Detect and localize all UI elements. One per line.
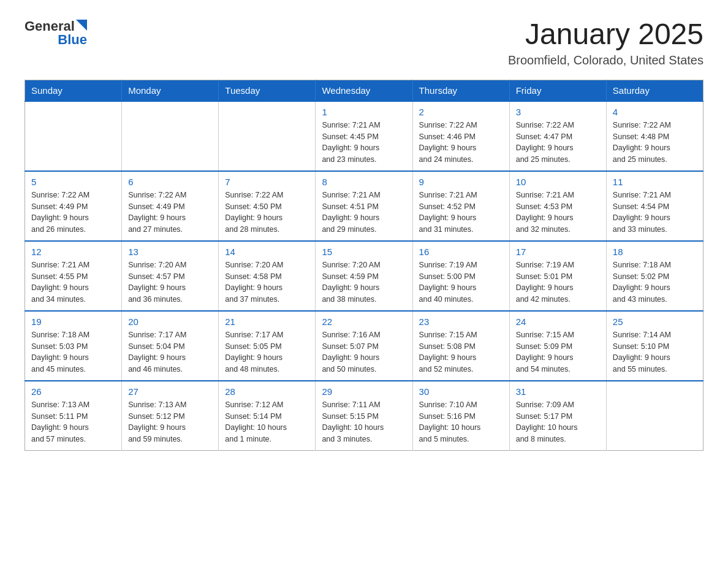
day-info: Sunrise: 7:18 AM Sunset: 5:02 PM Dayligh… [613,259,697,305]
day-number: 17 [516,247,600,257]
day-number: 14 [225,247,309,257]
calendar-cell: 26Sunrise: 7:13 AM Sunset: 5:11 PM Dayli… [25,381,122,451]
calendar-week-row: 26Sunrise: 7:13 AM Sunset: 5:11 PM Dayli… [25,381,703,451]
day-number: 20 [128,316,212,327]
day-number: 26 [31,386,115,397]
day-info: Sunrise: 7:21 AM Sunset: 4:55 PM Dayligh… [31,259,115,305]
day-number: 1 [322,107,406,117]
day-info: Sunrise: 7:22 AM Sunset: 4:47 PM Dayligh… [516,120,600,166]
calendar-cell: 1Sunrise: 7:21 AM Sunset: 4:45 PM Daylig… [316,101,412,171]
day-of-week-header: Monday [122,80,219,101]
day-info: Sunrise: 7:20 AM Sunset: 4:59 PM Dayligh… [322,259,406,305]
calendar-cell: 3Sunrise: 7:22 AM Sunset: 4:47 PM Daylig… [509,101,606,171]
day-number: 15 [322,247,406,257]
calendar-cell: 9Sunrise: 7:21 AM Sunset: 4:52 PM Daylig… [412,171,509,241]
day-info: Sunrise: 7:11 AM Sunset: 5:15 PM Dayligh… [322,399,406,445]
calendar-cell: 16Sunrise: 7:19 AM Sunset: 5:00 PM Dayli… [412,241,509,311]
day-number: 11 [613,177,697,187]
day-info: Sunrise: 7:10 AM Sunset: 5:16 PM Dayligh… [419,399,503,445]
days-of-week-row: SundayMondayTuesdayWednesdayThursdayFrid… [25,80,703,101]
calendar-cell: 25Sunrise: 7:14 AM Sunset: 5:10 PM Dayli… [606,311,703,381]
day-number: 5 [31,177,115,187]
calendar-cell [122,101,219,171]
day-info: Sunrise: 7:20 AM Sunset: 4:58 PM Dayligh… [225,259,309,305]
calendar-cell: 6Sunrise: 7:22 AM Sunset: 4:49 PM Daylig… [122,171,219,241]
calendar-cell: 20Sunrise: 7:17 AM Sunset: 5:04 PM Dayli… [122,311,219,381]
day-number: 4 [613,107,697,117]
day-number: 12 [31,247,115,257]
day-info: Sunrise: 7:22 AM Sunset: 4:46 PM Dayligh… [419,120,503,166]
day-number: 7 [225,177,309,187]
day-of-week-header: Tuesday [219,80,316,101]
calendar-cell: 14Sunrise: 7:20 AM Sunset: 4:58 PM Dayli… [219,241,316,311]
calendar-cell: 24Sunrise: 7:15 AM Sunset: 5:09 PM Dayli… [509,311,606,381]
day-number: 25 [613,316,697,327]
calendar-cell: 5Sunrise: 7:22 AM Sunset: 4:49 PM Daylig… [25,171,122,241]
day-number: 19 [31,316,115,327]
calendar-cell: 30Sunrise: 7:10 AM Sunset: 5:16 PM Dayli… [412,381,509,451]
logo: General Blue [25,18,87,48]
day-number: 3 [516,107,600,117]
day-number: 16 [419,247,503,257]
calendar-cell: 27Sunrise: 7:13 AM Sunset: 5:12 PM Dayli… [122,381,219,451]
day-info: Sunrise: 7:20 AM Sunset: 4:57 PM Dayligh… [128,259,212,305]
day-number: 6 [128,177,212,187]
calendar-header: SundayMondayTuesdayWednesdayThursdayFrid… [25,80,703,101]
calendar-cell: 28Sunrise: 7:12 AM Sunset: 5:14 PM Dayli… [219,381,316,451]
day-number: 23 [419,316,503,327]
calendar-cell: 23Sunrise: 7:15 AM Sunset: 5:08 PM Dayli… [412,311,509,381]
calendar-cell: 22Sunrise: 7:16 AM Sunset: 5:07 PM Dayli… [316,311,412,381]
calendar-week-row: 5Sunrise: 7:22 AM Sunset: 4:49 PM Daylig… [25,171,703,241]
calendar-week-row: 12Sunrise: 7:21 AM Sunset: 4:55 PM Dayli… [25,241,703,311]
day-number: 10 [516,177,600,187]
day-info: Sunrise: 7:09 AM Sunset: 5:17 PM Dayligh… [516,399,600,445]
day-info: Sunrise: 7:19 AM Sunset: 5:00 PM Dayligh… [419,259,503,305]
page-subtitle: Broomfield, Colorado, United States [508,53,703,67]
calendar-cell: 17Sunrise: 7:19 AM Sunset: 5:01 PM Dayli… [509,241,606,311]
calendar-table: SundayMondayTuesdayWednesdayThursdayFrid… [25,80,703,451]
calendar-cell: 2Sunrise: 7:22 AM Sunset: 4:46 PM Daylig… [412,101,509,171]
calendar-cell [219,101,316,171]
day-number: 18 [613,247,697,257]
calendar-cell: 19Sunrise: 7:18 AM Sunset: 5:03 PM Dayli… [25,311,122,381]
day-info: Sunrise: 7:19 AM Sunset: 5:01 PM Dayligh… [516,259,600,305]
calendar-cell: 31Sunrise: 7:09 AM Sunset: 5:17 PM Dayli… [509,381,606,451]
day-info: Sunrise: 7:13 AM Sunset: 5:11 PM Dayligh… [31,399,115,445]
calendar-cell: 10Sunrise: 7:21 AM Sunset: 4:53 PM Dayli… [509,171,606,241]
logo-arrow-icon [76,20,87,31]
calendar-cell: 11Sunrise: 7:21 AM Sunset: 4:54 PM Dayli… [606,171,703,241]
page-title: January 2025 [508,18,703,51]
day-of-week-header: Saturday [606,80,703,101]
day-info: Sunrise: 7:17 AM Sunset: 5:04 PM Dayligh… [128,329,212,375]
day-number: 13 [128,247,212,257]
day-info: Sunrise: 7:14 AM Sunset: 5:10 PM Dayligh… [613,329,697,375]
calendar-cell: 4Sunrise: 7:22 AM Sunset: 4:48 PM Daylig… [606,101,703,171]
day-info: Sunrise: 7:21 AM Sunset: 4:54 PM Dayligh… [613,190,697,236]
day-number: 31 [516,386,600,397]
day-info: Sunrise: 7:13 AM Sunset: 5:12 PM Dayligh… [128,399,212,445]
calendar-cell: 21Sunrise: 7:17 AM Sunset: 5:05 PM Dayli… [219,311,316,381]
title-block: January 2025 Broomfield, Colorado, Unite… [508,18,703,67]
calendar-cell: 15Sunrise: 7:20 AM Sunset: 4:59 PM Dayli… [316,241,412,311]
day-info: Sunrise: 7:21 AM Sunset: 4:45 PM Dayligh… [322,120,406,166]
day-info: Sunrise: 7:22 AM Sunset: 4:49 PM Dayligh… [31,190,115,236]
day-info: Sunrise: 7:15 AM Sunset: 5:09 PM Dayligh… [516,329,600,375]
calendar-body: 1Sunrise: 7:21 AM Sunset: 4:45 PM Daylig… [25,101,703,451]
calendar-cell: 13Sunrise: 7:20 AM Sunset: 4:57 PM Dayli… [122,241,219,311]
day-of-week-header: Thursday [412,80,509,101]
day-info: Sunrise: 7:12 AM Sunset: 5:14 PM Dayligh… [225,399,309,445]
day-of-week-header: Sunday [25,80,122,101]
day-info: Sunrise: 7:16 AM Sunset: 5:07 PM Dayligh… [322,329,406,375]
day-number: 8 [322,177,406,187]
day-number: 2 [419,107,503,117]
day-info: Sunrise: 7:21 AM Sunset: 4:52 PM Dayligh… [419,190,503,236]
logo-blue-text: Blue [58,32,87,48]
day-number: 30 [419,386,503,397]
day-info: Sunrise: 7:22 AM Sunset: 4:48 PM Dayligh… [613,120,697,166]
svg-marker-0 [76,20,87,31]
day-info: Sunrise: 7:21 AM Sunset: 4:53 PM Dayligh… [516,190,600,236]
day-info: Sunrise: 7:18 AM Sunset: 5:03 PM Dayligh… [31,329,115,375]
calendar-week-row: 19Sunrise: 7:18 AM Sunset: 5:03 PM Dayli… [25,311,703,381]
day-number: 29 [322,386,406,397]
day-number: 27 [128,386,212,397]
